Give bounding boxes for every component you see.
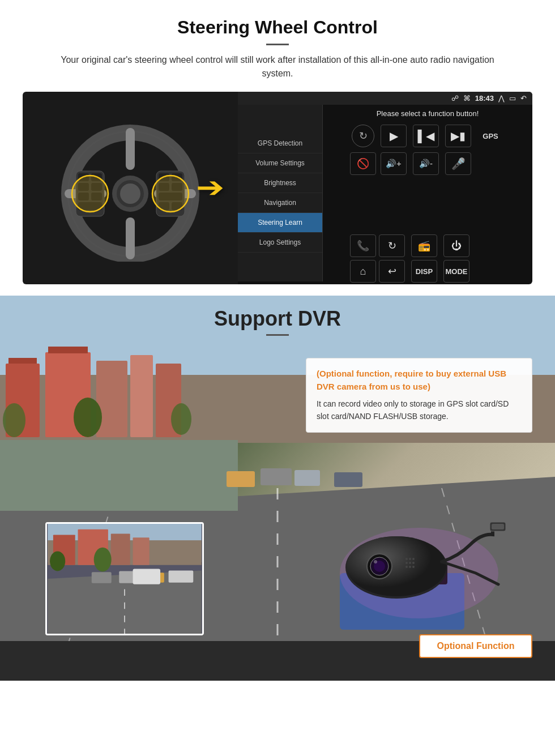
signal-icon: ⋀: [498, 94, 505, 102]
sync-button[interactable]: ↻: [352, 125, 374, 147]
svg-point-63: [409, 562, 411, 564]
dvr-description-text: It can record video only to storage in G…: [317, 398, 522, 423]
phone-button[interactable]: 📞: [350, 234, 376, 257]
wifi-icon: ⌘: [463, 94, 471, 102]
svg-point-39: [171, 403, 191, 435]
function-menu: GPS Detection Volume Settings Brightness…: [238, 105, 323, 281]
steering-image-container: ➔ ☍ ⌘ 18:43 ⋀ ▭ ↶ GPS Detection Volume S…: [23, 92, 532, 284]
optional-function-badge: Optional Function: [419, 634, 532, 658]
mute-button[interactable]: 🚫: [350, 152, 376, 175]
status-time: 18:43: [475, 94, 494, 102]
return-button[interactable]: ↩: [379, 260, 405, 283]
svg-rect-80: [92, 572, 112, 583]
home-button[interactable]: ⌂: [350, 260, 376, 283]
svg-rect-75: [133, 537, 150, 565]
dvr-product-image: [306, 482, 532, 630]
back-icon: ↶: [520, 94, 527, 102]
vol-up-button[interactable]: 🔊+: [381, 152, 407, 175]
radio-button[interactable]: 📻: [411, 234, 437, 257]
svg-rect-83: [169, 570, 194, 582]
svg-point-64: [412, 562, 415, 564]
menu-logo-settings[interactable]: Logo Settings: [238, 233, 322, 253]
svg-rect-35: [130, 355, 153, 437]
dvr-title: Support DVR: [0, 307, 555, 331]
svg-point-59: [405, 558, 408, 560]
svg-point-65: [405, 566, 408, 568]
svg-rect-34: [96, 361, 127, 437]
controls-panel: Please select a function button! ↻ ▶ ▌◀ …: [323, 105, 532, 281]
svg-point-77: [94, 548, 112, 572]
svg-point-54: [347, 536, 446, 596]
dvr-thumbnail-image: [45, 522, 204, 635]
direction-arrow: ➔: [196, 171, 224, 204]
title-divider: [266, 44, 289, 45]
svg-point-37: [3, 403, 25, 437]
optional-badge-text: Optional Function: [437, 641, 515, 651]
svg-point-76: [50, 552, 65, 571]
svg-point-38: [74, 398, 102, 437]
back-track-button[interactable]: ↻: [379, 234, 405, 257]
dvr-title-divider: [266, 334, 289, 336]
menu-navigation[interactable]: Navigation: [238, 193, 322, 213]
svg-point-9: [120, 183, 140, 204]
svg-point-26: [72, 176, 108, 212]
steering-section: Steering Wheel Control Your original car…: [0, 0, 555, 296]
menu-gps-detection[interactable]: GPS Detection: [238, 134, 322, 153]
head-unit-body: GPS Detection Volume Settings Brightness…: [238, 105, 532, 281]
next-button[interactable]: ▶▮: [445, 125, 471, 147]
svg-rect-69: [492, 524, 504, 529]
menu-volume-settings[interactable]: Volume Settings: [238, 153, 322, 173]
svg-rect-44: [0, 440, 238, 511]
svg-rect-46: [261, 468, 292, 485]
svg-rect-74: [111, 533, 130, 565]
svg-point-62: [405, 562, 408, 564]
svg-point-60: [409, 558, 411, 560]
bt-icon: ☍: [451, 94, 459, 102]
dvr-title-wrap: Support DVR: [0, 307, 555, 336]
dvr-optional-text: (Optional function, require to buy exter…: [317, 368, 522, 393]
dvr-section: Support DVR (Optional function, require …: [0, 296, 555, 681]
svg-rect-31: [8, 358, 37, 364]
power-button[interactable]: ⏻: [443, 234, 469, 257]
menu-brightness[interactable]: Brightness: [238, 173, 322, 193]
mode-button[interactable]: MODE: [443, 260, 469, 283]
head-unit-ui: ☍ ⌘ 18:43 ⋀ ▭ ↶ GPS Detection Volume Set…: [238, 92, 532, 284]
dvr-info-box: (Optional function, require to buy exter…: [306, 358, 532, 433]
battery-icon: ▭: [509, 94, 516, 102]
vol-down-button[interactable]: 🔊-: [413, 152, 439, 175]
mic-button[interactable]: 🎤: [445, 152, 471, 175]
prev-button[interactable]: ▌◀: [413, 125, 439, 147]
svg-point-58: [374, 560, 377, 563]
svg-point-61: [412, 558, 415, 560]
menu-steering-learn[interactable]: Steering Learn: [238, 213, 322, 233]
steering-subtitle: Your original car's steering wheel contr…: [57, 53, 498, 80]
gps-button[interactable]: GPS: [477, 125, 503, 147]
svg-point-27: [152, 176, 189, 212]
svg-rect-84: [133, 569, 160, 584]
disp-button[interactable]: DISP: [411, 260, 437, 283]
play-button[interactable]: ▶: [381, 125, 407, 147]
steering-title: Steering Wheel Control: [23, 17, 532, 38]
function-prompt: Please select a function button!: [377, 109, 479, 118]
svg-point-66: [409, 566, 411, 568]
svg-point-67: [412, 566, 415, 568]
svg-rect-33: [48, 347, 88, 353]
status-bar: ☍ ⌘ 18:43 ⋀ ▭ ↶: [238, 92, 532, 105]
svg-rect-45: [227, 471, 255, 487]
